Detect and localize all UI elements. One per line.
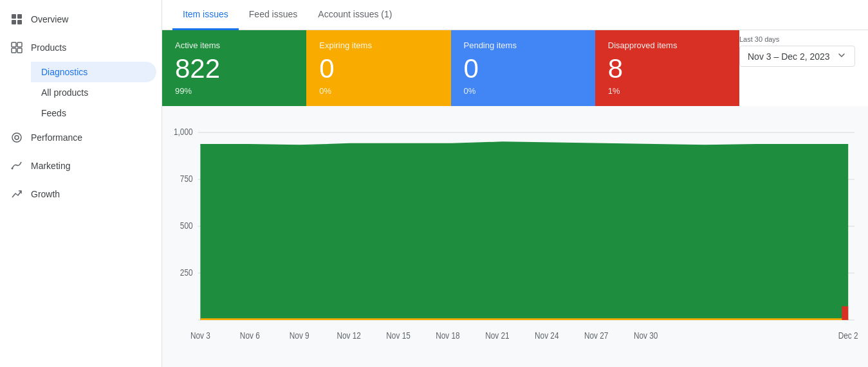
svg-text:Nov 24: Nov 24 <box>535 330 559 341</box>
sidebar-item-growth[interactable]: Growth <box>0 180 156 208</box>
svg-point-10 <box>12 168 14 170</box>
overview-icon <box>10 13 23 26</box>
active-items-value: 822 <box>175 54 293 84</box>
svg-text:Nov 18: Nov 18 <box>436 330 459 341</box>
all-products-label: All products <box>41 87 88 98</box>
svg-rect-6 <box>12 48 16 53</box>
tabs-bar: Item issues Feed issues Account issues (… <box>162 0 868 30</box>
performance-icon <box>10 131 23 144</box>
tab-feed-issues[interactable]: Feed issues <box>239 0 308 30</box>
sidebar-item-diagnostics[interactable]: Diagnostics <box>31 62 156 82</box>
growth-icon <box>10 188 23 201</box>
sidebar-overview-label: Overview <box>31 14 68 24</box>
top-section: Active items 822 99% Expiring items 0 0%… <box>162 30 868 106</box>
chart-inner: 1,000 750 500 250 <box>172 116 858 367</box>
diagnostics-label: Diagnostics <box>41 67 88 77</box>
svg-text:Nov 27: Nov 27 <box>584 330 608 341</box>
svg-marker-20 <box>200 142 848 320</box>
svg-rect-3 <box>17 20 22 24</box>
disapproved-items-title: Disapproved items <box>608 40 726 50</box>
card-expiring-items: Expiring items 0 0% <box>306 30 450 106</box>
svg-point-9 <box>15 136 19 139</box>
svg-marker-22 <box>842 307 848 320</box>
svg-text:Nov 3: Nov 3 <box>190 330 210 341</box>
tab-account-issues[interactable]: Account issues (1) <box>308 0 402 30</box>
svg-text:500: 500 <box>180 220 193 231</box>
cards-row: Active items 822 99% Expiring items 0 0%… <box>162 30 739 106</box>
card-active-items: Active items 822 99% <box>162 30 306 106</box>
svg-rect-0 <box>12 14 16 19</box>
active-items-pct: 99% <box>175 86 293 96</box>
chart-svg: 1,000 750 500 250 <box>172 116 858 367</box>
sidebar-item-products[interactable]: Products <box>0 33 156 62</box>
svg-rect-7 <box>17 48 22 53</box>
svg-text:250: 250 <box>180 267 193 278</box>
sidebar-item-feeds[interactable]: Feeds <box>31 103 156 123</box>
sidebar-item-marketing[interactable]: Marketing <box>0 152 156 180</box>
disapproved-items-pct: 1% <box>608 86 726 96</box>
svg-text:Nov 15: Nov 15 <box>386 330 410 341</box>
disapproved-items-value: 8 <box>608 54 726 84</box>
sidebar-sub-products: Diagnostics All products Feeds <box>0 62 162 123</box>
sidebar-item-overview[interactable]: Overview <box>0 5 156 33</box>
card-disapproved-items: Disapproved items 8 1% <box>595 30 739 106</box>
chevron-down-icon <box>836 50 847 62</box>
chart-area: 1,000 750 500 250 <box>162 106 868 367</box>
expiring-items-value: 0 <box>319 54 438 84</box>
products-icon <box>10 41 23 54</box>
feeds-label: Feeds <box>41 108 66 118</box>
svg-text:1,000: 1,000 <box>174 127 193 138</box>
expiring-items-pct: 0% <box>319 86 438 96</box>
date-label: Last 30 days <box>739 35 779 43</box>
sidebar-growth-label: Growth <box>31 189 60 199</box>
date-picker-value: Nov 3 – Dec 2, 2023 <box>748 51 830 62</box>
sidebar: Overview Products Diagnostics All produc… <box>0 0 162 367</box>
svg-text:Nov 12: Nov 12 <box>337 330 360 341</box>
main-content: Item issues Feed issues Account issues (… <box>162 0 868 367</box>
active-items-title: Active items <box>175 40 293 50</box>
svg-text:Nov 21: Nov 21 <box>485 330 509 341</box>
svg-text:Dec 2: Dec 2 <box>838 330 858 341</box>
date-picker-area: Last 30 days Nov 3 – Dec 2, 2023 <box>739 30 868 72</box>
card-pending-items: Pending items 0 0% <box>451 30 595 106</box>
svg-text:750: 750 <box>180 174 193 184</box>
date-picker[interactable]: Nov 3 – Dec 2, 2023 <box>739 46 855 67</box>
tab-item-issues[interactable]: Item issues <box>172 0 239 30</box>
svg-text:Nov 6: Nov 6 <box>240 330 260 341</box>
cards-container: Active items 822 99% Expiring items 0 0%… <box>162 30 739 106</box>
svg-rect-2 <box>12 20 16 24</box>
sidebar-marketing-label: Marketing <box>31 161 70 171</box>
sidebar-item-all-products[interactable]: All products <box>31 82 156 103</box>
svg-text:Nov 30: Nov 30 <box>634 330 658 341</box>
marketing-icon <box>10 159 23 172</box>
svg-rect-5 <box>17 42 22 47</box>
expiring-items-title: Expiring items <box>319 40 438 50</box>
pending-items-pct: 0% <box>464 86 582 96</box>
sidebar-performance-label: Performance <box>31 132 82 143</box>
sidebar-item-performance[interactable]: Performance <box>0 123 156 152</box>
svg-rect-4 <box>12 42 16 47</box>
sidebar-products-label: Products <box>31 42 66 53</box>
svg-rect-1 <box>17 14 22 19</box>
svg-text:Nov 9: Nov 9 <box>290 330 309 341</box>
pending-items-title: Pending items <box>464 40 582 50</box>
svg-point-8 <box>12 133 21 142</box>
svg-marker-21 <box>200 319 848 321</box>
pending-items-value: 0 <box>464 54 582 84</box>
